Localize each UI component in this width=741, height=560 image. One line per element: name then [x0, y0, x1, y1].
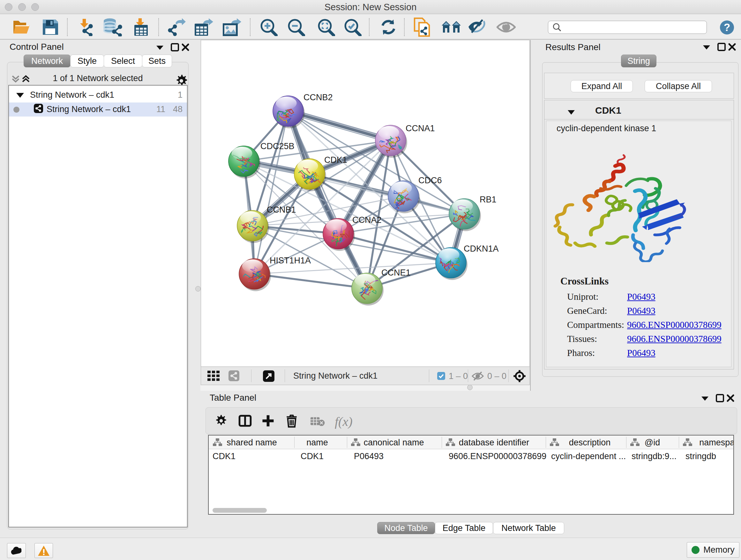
svg-text:CDK1: CDK1 [324, 155, 347, 165]
svg-text:CDKN1A: CDKN1A [464, 244, 499, 253]
svg-text:CCNE1: CCNE1 [381, 268, 411, 277]
svg-text:RB1: RB1 [480, 195, 496, 204]
svg-text:CCNB1: CCNB1 [267, 205, 296, 214]
svg-text:HIST1H1A: HIST1H1A [270, 256, 311, 265]
svg-text:CDC25B: CDC25B [260, 141, 294, 151]
svg-text:CDC6: CDC6 [418, 176, 442, 185]
svg-text:CCNA1: CCNA1 [406, 124, 435, 133]
svg-text:CCNB2: CCNB2 [304, 92, 333, 102]
svg-text:CCNA2: CCNA2 [352, 215, 382, 225]
